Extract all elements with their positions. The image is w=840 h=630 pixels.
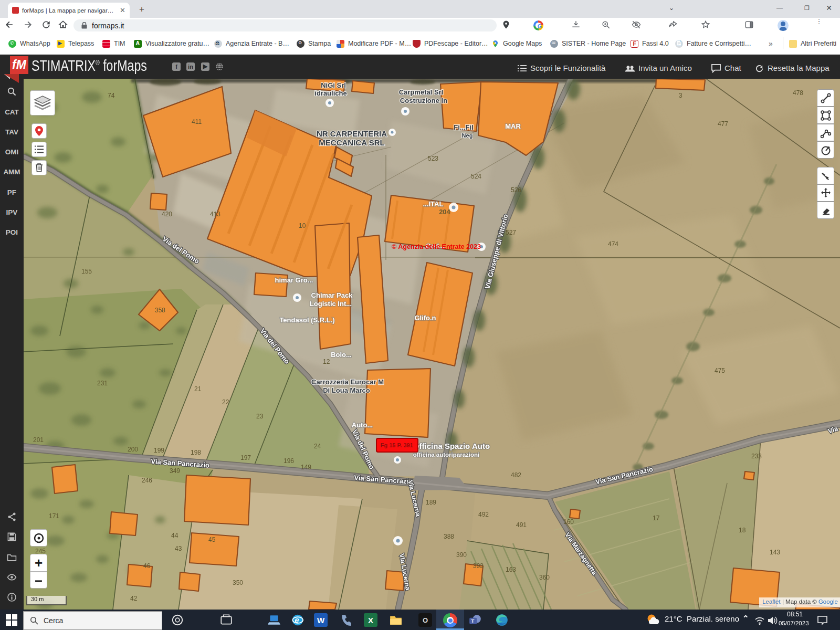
svg-text:160: 160 [563, 518, 574, 526]
svg-text:Via Giuseppe di Vittorio: Via Giuseppe di Vittorio [484, 213, 510, 290]
svg-text:44: 44 [171, 532, 178, 539]
svg-text:201: 201 [33, 436, 44, 444]
svg-text:204: 204 [439, 208, 450, 216]
svg-text:Auto...: Auto... [352, 421, 373, 429]
svg-text:349: 349 [170, 467, 180, 475]
svg-text:411: 411 [192, 118, 202, 125]
svg-text:Di Loua Marco: Di Loua Marco [323, 386, 370, 394]
svg-text:524: 524 [471, 173, 481, 180]
svg-text:475: 475 [715, 367, 725, 374]
svg-text:22: 22 [222, 398, 229, 406]
svg-text:231: 231 [97, 380, 108, 387]
svg-text:360: 360 [539, 574, 550, 581]
svg-text:10: 10 [299, 222, 306, 229]
svg-text:197: 197 [240, 454, 251, 461]
svg-text:527: 527 [506, 229, 516, 236]
svg-text:MECCANICA SRL: MECCANICA SRL [319, 138, 384, 147]
svg-text:3: 3 [679, 92, 682, 99]
svg-text:21: 21 [194, 385, 202, 393]
svg-text:NR CARPENTERIA: NR CARPENTERIA [317, 129, 387, 138]
svg-text:T: T [471, 618, 474, 624]
svg-text:477: 477 [718, 120, 728, 128]
svg-text:523: 523 [428, 155, 438, 162]
svg-text:23: 23 [256, 413, 264, 420]
svg-text:Via San Pancrazio: Via San Pancrazio [354, 474, 413, 486]
svg-text:Via Lucerna: Via Lucerna [398, 553, 412, 591]
svg-text:198: 198 [191, 449, 201, 456]
svg-text:482: 482 [511, 471, 521, 479]
svg-text:Chimar Pack: Chimar Pack [311, 291, 353, 299]
svg-text:390: 390 [456, 551, 467, 559]
svg-text:e: e [295, 615, 299, 624]
svg-text:MAR: MAR [505, 122, 521, 130]
svg-text:171: 171 [49, 512, 59, 520]
svg-text:491: 491 [516, 521, 527, 529]
svg-text:Via del Pomo: Via del Pomo [351, 428, 376, 470]
svg-text:388: 388 [444, 533, 454, 540]
svg-text:149: 149 [301, 464, 311, 471]
svg-text:Via Lucerna: Via Lucerna [406, 479, 422, 518]
svg-text:NiGi Srl: NiGi Srl [321, 81, 346, 89]
svg-text:Carrozzeria Eurocar M: Carrozzeria Eurocar M [311, 378, 384, 386]
svg-text:Glifo.n: Glifo.n [414, 314, 436, 322]
svg-text:12: 12 [323, 358, 330, 365]
svg-text:42: 42 [130, 595, 138, 602]
svg-text:Boio...: Boio... [331, 351, 352, 359]
svg-text:...ITAL: ...ITAL [423, 200, 444, 208]
svg-text:17: 17 [653, 514, 660, 522]
svg-text:Via del Pomo: Via del Pomo [259, 327, 291, 365]
svg-text:officina autoriparazioni: officina autoriparazioni [413, 452, 480, 458]
svg-text:© Agenzia delle Entrate 2023: © Agenzia delle Entrate 2023 [392, 243, 481, 250]
svg-text:43: 43 [175, 545, 182, 552]
svg-text:24: 24 [314, 443, 321, 450]
svg-text:350: 350 [233, 579, 243, 586]
svg-text:Fi...Fil: Fi...Fil [454, 123, 474, 131]
svg-text:246: 246 [142, 477, 152, 484]
svg-text:413: 413 [210, 211, 220, 218]
svg-text:358: 358 [155, 307, 165, 314]
svg-text:199: 199 [154, 447, 164, 454]
svg-text:Via Marzagnetta: Via Marzagnetta [563, 531, 598, 577]
svg-text:46: 46 [143, 562, 151, 570]
svg-text:Logistic Int...: Logistic Int... [310, 300, 352, 308]
svg-text:492: 492 [478, 511, 489, 518]
svg-text:45: 45 [208, 536, 216, 543]
svg-text:393: 393 [473, 562, 484, 570]
svg-text:Officina Spazio Auto: Officina Spazio Auto [413, 442, 490, 450]
svg-text:Costruzione In: Costruzione In [400, 97, 447, 104]
svg-text:18: 18 [739, 527, 746, 534]
svg-text:Carpmetal Srl: Carpmetal Srl [399, 88, 444, 96]
svg-text:Via San Pancrazio: Via San Pancrazio [595, 465, 654, 486]
svg-text:Via San Pancrazio: Via San Pancrazio [151, 457, 210, 469]
svg-text:Neg: Neg [462, 132, 473, 139]
svg-text:196: 196 [284, 457, 294, 465]
svg-text:Via del Pomo: Via del Pomo [161, 235, 201, 265]
svg-text:189: 189 [426, 499, 436, 506]
svg-text:155: 155 [81, 268, 92, 275]
svg-text:526: 526 [511, 186, 521, 194]
svg-text:474: 474 [608, 240, 618, 248]
svg-text:163: 163 [506, 566, 516, 573]
svg-text:143: 143 [770, 549, 780, 556]
svg-text:Via: Via [827, 424, 839, 435]
svg-text:74: 74 [108, 92, 115, 99]
svg-text:200: 200 [128, 446, 138, 453]
svg-text:idrauliche: idrauliche [314, 89, 346, 97]
svg-text:Fg 15 P. 391: Fg 15 P. 391 [381, 442, 413, 448]
svg-text:420: 420 [162, 211, 172, 218]
svg-text:himar Gro...: himar Gro... [275, 276, 313, 284]
svg-text:233: 233 [751, 453, 762, 460]
svg-text:478: 478 [793, 89, 803, 97]
svg-text:Tendasol (S.R.L.): Tendasol (S.R.L.) [279, 316, 334, 324]
